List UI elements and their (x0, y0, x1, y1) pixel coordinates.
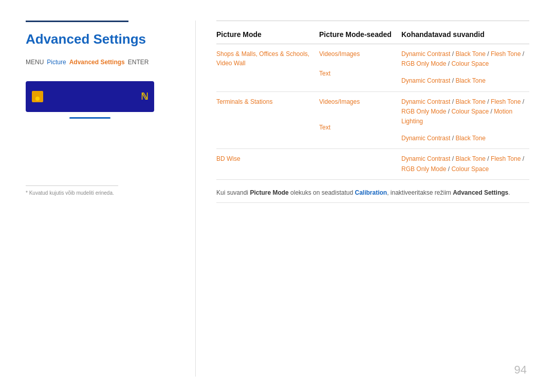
breadcrumb-menu: MENU (26, 59, 44, 66)
table-row: BD Wise Dynamic Contrast / Black Tone / … (216, 149, 529, 179)
kohandatavad-link: Dynamic Contrast (401, 98, 450, 105)
table-body: Shops & Malls, Offices & Schools,Video W… (216, 44, 529, 203)
kohandatavad-link: Colour Space (451, 165, 489, 173)
footnote-line (26, 185, 118, 186)
picture-mode-cell-1: Shops & Malls, Offices & Schools,Video W… (216, 49, 319, 68)
mode-seaded-videos-2: Videos/Images (319, 98, 360, 105)
breadcrumb-picture[interactable]: Picture (47, 59, 66, 66)
picture-mode-cell-3: BD Wise (216, 154, 319, 163)
page-title: Advanced Settings (26, 31, 164, 47)
kohandatavad-group-2: Dynamic Contrast / Black Tone / Flesh To… (401, 97, 529, 144)
kohandatavad-group-3: Dynamic Contrast / Black Tone / Flesh To… (401, 154, 529, 174)
table-row: Terminals & Stations Videos/Images Text … (216, 92, 529, 150)
picture-mode-label-1: Shops & Malls, Offices & Schools,Video W… (216, 50, 309, 67)
top-horizontal-rule (216, 21, 529, 21)
top-line-decoration (26, 21, 128, 22)
header-picture-mode: Picture Mode (216, 30, 319, 39)
note-bold-advanced-settings: Advanced Settings (453, 189, 508, 196)
panel-divider (195, 21, 196, 377)
kohandatavad-link: Black Tone (455, 98, 485, 105)
tv-icon-settings (32, 91, 43, 102)
mode-seaded-text-2: Text (319, 124, 330, 131)
breadcrumb: MENU Picture Advanced Settings ENTER (26, 59, 164, 66)
kohandatavad-link: Dynamic Contrast (401, 77, 450, 84)
tv-icon-right: ℕ (141, 91, 148, 102)
right-panel: Picture Mode Picture Mode-seaded Kohanda… (211, 21, 529, 377)
mode-seaded-group-1: Videos/Images Text (319, 49, 401, 78)
kohandatavad-link: Dynamic Contrast (401, 135, 450, 142)
note-bold-calibration: Calibration (355, 189, 387, 196)
note-bold-picture-mode: Picture Mode (250, 189, 288, 196)
kohandatavad-link: Black Tone (455, 77, 485, 84)
tv-screen-mockup: ℕ (26, 81, 154, 112)
kohandatavad-link: Flesh Tone (491, 98, 521, 105)
kohandatavad-group-1: Dynamic Contrast / Black Tone / Flesh To… (401, 49, 529, 86)
progress-bar (69, 117, 110, 119)
left-panel: Advanced Settings MENU Picture Advanced … (26, 21, 180, 377)
note-row: Kui suvandi Picture Mode olekuks on sead… (216, 180, 529, 203)
kohandatavad-link: Black Tone (455, 155, 485, 162)
kohandatavad-link: Dynamic Contrast (401, 155, 450, 162)
kohandatavad-link: Flesh Tone (491, 155, 521, 162)
mode-seaded-videos-1: Videos/Images (319, 50, 360, 58)
picture-mode-label-2: Terminals & Stations (216, 98, 272, 105)
kohandatavad-link: RGB Only Mode (401, 108, 446, 115)
header-picture-mode-seaded: Picture Mode-seaded (319, 30, 401, 39)
page-number: 94 (514, 363, 527, 377)
breadcrumb-advanced-settings[interactable]: Advanced Settings (69, 59, 125, 66)
mode-seaded-text-1: Text (319, 70, 330, 77)
breadcrumb-enter: ENTER (128, 59, 149, 66)
footnote-text: * Kuvatud kujutis võib mudeli­ti erineda… (26, 190, 164, 196)
picture-mode-label-3: BD Wise (216, 155, 240, 162)
table-row: Shops & Malls, Offices & Schools,Video W… (216, 44, 529, 92)
picture-mode-cell-2: Terminals & Stations (216, 97, 319, 106)
table-header: Picture Mode Picture Mode-seaded Kohanda… (216, 30, 529, 44)
kohandatavad-link: RGB Only Mode (401, 60, 446, 67)
kohandatavad-link: Dynamic Contrast (401, 50, 450, 58)
kohandatavad-link: Black Tone (455, 135, 485, 142)
kohandatavad-link: Black Tone (455, 50, 485, 58)
header-kohandatavad: Kohandatavad suvandid (401, 30, 529, 39)
kohandatavad-link: Colour Space (451, 108, 489, 115)
mode-seaded-group-2: Videos/Images Text (319, 97, 401, 132)
kohandatavad-link: Colour Space (451, 60, 489, 67)
kohandatavad-link: RGB Only Mode (401, 165, 446, 173)
kohandatavad-link: Flesh Tone (491, 50, 521, 58)
